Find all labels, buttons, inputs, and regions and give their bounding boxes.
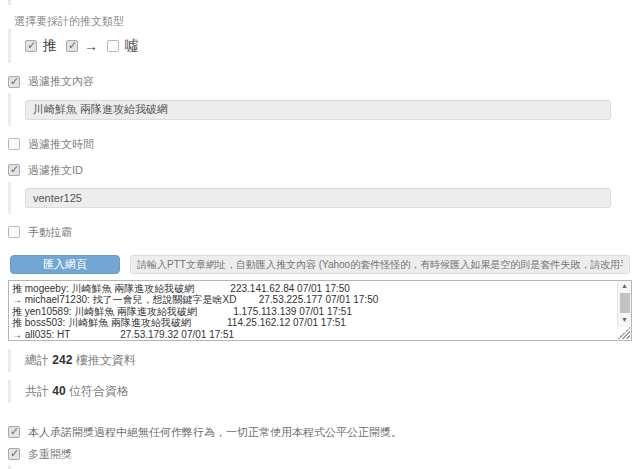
pledge-row: 本人承諾開獎過程中絕無任何作弊行為，一切正常使用本程式公平公正開獎。 (8, 425, 640, 440)
scroll-fragment (8, 0, 11, 5)
type-option-arrow[interactable]: → (66, 38, 98, 54)
arrow-checkbox[interactable] (66, 40, 78, 52)
filter-time-label: 過濾推文時間 (28, 137, 94, 152)
qualified-prefix: 共計 (25, 384, 52, 398)
multi-draw-block: 10 ▼ 個獎項 此選項可一次開出多位得獎者 (8, 465, 640, 469)
filter-id-input[interactable] (25, 188, 611, 208)
type-options-block: 推 → 噓 (8, 29, 640, 63)
push-label: 推 (43, 37, 57, 55)
filter-id-row: 過濾推文ID (8, 163, 640, 178)
resize-grip-icon[interactable] (618, 327, 630, 339)
arrow-label: → (84, 38, 98, 54)
qualified-line: 共計 40 位符合資格 (8, 380, 640, 403)
filter-time-checkbox[interactable] (8, 138, 20, 150)
manual-mode-row: 手動拉霸 (8, 225, 640, 240)
filter-content-label: 過濾推文內容 (28, 74, 94, 89)
scroll-up-icon[interactable]: ▲ (618, 281, 631, 291)
textarea-scrollbar[interactable]: ▲ ▼ (617, 281, 631, 327)
total-count: 242 (52, 353, 72, 367)
filter-content-checkbox[interactable] (8, 76, 20, 88)
comments-textarea[interactable]: 推 mogeeby: 川崎鮮魚 兩隊進攻給我破網 223.141.62.84 0… (8, 280, 632, 341)
comment-line: 推 boss503: 川崎鮮魚 兩隊進攻給我破網 114.25.162.12 0… (12, 317, 615, 329)
scroll-down-icon[interactable]: ▼ (618, 315, 631, 325)
total-prefix: 總計 (25, 353, 52, 367)
filter-time-row: 過濾推文時間 (8, 137, 640, 152)
total-comments-line: 總計 242 樓推文資料 (8, 349, 640, 372)
comment-line: 推 mogeeby: 川崎鮮魚 兩隊進攻給我破網 223.141.62.84 0… (12, 283, 615, 295)
comments-lines: 推 mogeeby: 川崎鮮魚 兩隊進攻給我破網 223.141.62.84 0… (12, 283, 615, 338)
manual-mode-checkbox[interactable] (8, 226, 20, 238)
filter-id-label: 過濾推文ID (28, 163, 83, 178)
qualified-suffix: 位符合資格 (66, 384, 129, 398)
import-webpage-button[interactable]: 匯入網頁 (10, 255, 120, 274)
filter-id-input-block (8, 182, 640, 214)
boo-label: 噓 (125, 37, 139, 55)
type-section-label: 選擇要採計的推文類型 (14, 14, 640, 29)
filter-content-input[interactable] (25, 100, 611, 120)
scrollbar-thumb[interactable] (620, 293, 630, 313)
import-row: 匯入網頁 (10, 255, 640, 274)
pledge-checkbox[interactable] (8, 426, 20, 438)
push-checkbox[interactable] (25, 40, 37, 52)
filter-content-input-block (8, 93, 640, 126)
comment-line: 推 yen10589: 川崎鮮魚 兩隊進攻給我破網 1.175.113.139 … (12, 306, 615, 318)
boo-checkbox[interactable] (107, 40, 119, 52)
manual-mode-label: 手動拉霸 (28, 225, 72, 240)
filter-id-checkbox[interactable] (8, 164, 20, 176)
filter-content-row: 過濾推文內容 (8, 74, 640, 89)
article-url-input[interactable] (130, 255, 630, 274)
comment-line: → michael71230: 找了一會兒，想說關鍵字是啥XD 27.53.22… (12, 294, 615, 306)
qualified-count: 40 (52, 384, 65, 398)
multi-draw-row: 多重開獎 (8, 447, 640, 462)
comment-line: → all035: HT 27.53.179.32 07/01 17:51 (12, 329, 615, 338)
multi-draw-checkbox[interactable] (8, 448, 20, 460)
type-option-push[interactable]: 推 (25, 37, 57, 55)
total-suffix: 樓推文資料 (72, 353, 135, 367)
type-option-boo[interactable]: 噓 (107, 37, 139, 55)
pledge-label: 本人承諾開獎過程中絕無任何作弊行為，一切正常使用本程式公平公正開獎。 (28, 425, 402, 440)
multi-draw-label: 多重開獎 (28, 447, 72, 462)
